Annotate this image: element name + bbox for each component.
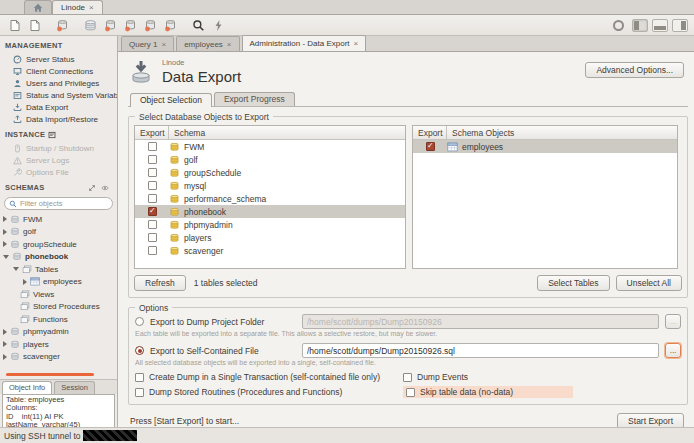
- refresh-button[interactable]: Refresh: [134, 275, 186, 291]
- schema-objects-list: Export Schema Objects employees: [412, 125, 678, 269]
- export-checkbox[interactable]: [148, 181, 157, 190]
- tree-label: Stored Procedures: [33, 302, 100, 311]
- horizontal-scrollbar[interactable]: [6, 373, 94, 376]
- tree-item-players[interactable]: players: [0, 338, 117, 351]
- skip-table-data-checkbox[interactable]: [406, 388, 415, 397]
- tab-object-info[interactable]: Object Info: [2, 381, 52, 394]
- select-tables-button[interactable]: Select Tables: [537, 275, 609, 291]
- tree-item-phpmyadmin[interactable]: phpmyadmin: [0, 326, 117, 339]
- new-query-tab-icon[interactable]: [6, 17, 23, 33]
- export-checkbox[interactable]: [148, 233, 157, 242]
- home-icon: [33, 3, 43, 13]
- schema-filter[interactable]: [4, 197, 113, 210]
- schema-row-phpmyadmin[interactable]: phpmyadmin: [135, 218, 405, 231]
- close-icon[interactable]: ×: [89, 3, 94, 12]
- create-procedure-icon[interactable]: [142, 17, 159, 33]
- schema-row-scavenger[interactable]: scavenger: [135, 244, 405, 257]
- tree-item-scavenger[interactable]: scavenger: [0, 351, 117, 364]
- sidebar-item-data-export[interactable]: Data Export: [0, 101, 117, 113]
- selection-toolbar: Refresh 1 tables selected Select Tables …: [129, 273, 687, 297]
- export-checkbox[interactable]: [148, 155, 157, 164]
- tab-employees[interactable]: employees×: [176, 36, 239, 51]
- self-contained-browse-button[interactable]: ...: [665, 343, 681, 358]
- single-transaction-option[interactable]: Create Dump in a Single Transaction (sel…: [135, 372, 403, 382]
- advanced-options-button[interactable]: Advanced Options...: [585, 62, 684, 78]
- filter-input[interactable]: [20, 199, 100, 208]
- sidebar-item-data-import[interactable]: Data Import/Restore: [0, 113, 117, 125]
- single-transaction-checkbox[interactable]: [135, 373, 144, 382]
- tab-export-progress[interactable]: Export Progress: [214, 92, 295, 106]
- open-sql-script-icon[interactable]: [26, 17, 43, 33]
- create-view-icon[interactable]: [122, 17, 139, 33]
- sidebar-item-server-logs[interactable]: Server Logs: [0, 154, 117, 166]
- sidebar-item-status-variables[interactable]: Status and System Variables: [0, 89, 117, 101]
- dump-folder-path-input[interactable]: [302, 314, 659, 329]
- create-schema-icon[interactable]: [54, 17, 71, 33]
- show-hidden-icon[interactable]: [101, 184, 109, 192]
- connection-tab-linode[interactable]: Linode ×: [52, 0, 103, 14]
- schema-row-fwm[interactable]: FWM: [135, 140, 405, 153]
- dump-folder-radio[interactable]: [135, 317, 144, 326]
- self-contained-radio[interactable]: [135, 346, 144, 355]
- close-icon[interactable]: ×: [161, 40, 166, 49]
- export-checkbox[interactable]: [148, 246, 157, 255]
- tree-item-golf[interactable]: golf: [0, 226, 117, 239]
- tree-item-fwm[interactable]: FWM: [0, 213, 117, 226]
- export-checkbox[interactable]: [148, 142, 157, 151]
- sidebar-item-server-status[interactable]: Server Status: [0, 53, 117, 65]
- create-table-icon[interactable]: [102, 17, 119, 33]
- toggle-left-panel-icon[interactable]: [632, 19, 648, 32]
- toggle-bottom-panel-icon[interactable]: [652, 19, 668, 32]
- home-tab[interactable]: [24, 0, 52, 14]
- schema-row-groupschedule[interactable]: groupSchedule: [135, 166, 405, 179]
- tree-item-phonebook[interactable]: phonebook: [0, 251, 117, 264]
- close-icon[interactable]: ×: [227, 40, 232, 49]
- tree-item-views[interactable]: Views: [0, 288, 117, 301]
- object-row-employees[interactable]: employees: [413, 140, 677, 153]
- tab-session[interactable]: Session: [54, 381, 95, 394]
- close-icon[interactable]: ×: [354, 39, 359, 48]
- schema-row-mysql[interactable]: mysql: [135, 179, 405, 192]
- tree-label: Tables: [35, 265, 58, 274]
- sidebar-item-options-file[interactable]: Options File: [0, 166, 117, 178]
- export-checkbox[interactable]: [148, 207, 157, 216]
- tree-item-functions[interactable]: Functions: [0, 313, 117, 326]
- reconnect-icon[interactable]: [210, 17, 227, 33]
- export-checkbox[interactable]: [148, 194, 157, 203]
- schema-row-phonebook[interactable]: phonebook: [135, 205, 405, 218]
- schemas-section-title: SCHEMAS: [0, 178, 117, 195]
- tree-item-stored-procedures[interactable]: Stored Procedures: [0, 301, 117, 314]
- export-checkbox[interactable]: [148, 168, 157, 177]
- schema-row-players[interactable]: players: [135, 231, 405, 244]
- schema-row-performance-schema[interactable]: performance_schema: [135, 192, 405, 205]
- export-checkbox[interactable]: [426, 142, 435, 151]
- tree-item-tables[interactable]: Tables: [0, 263, 117, 276]
- tree-item-groupschedule[interactable]: groupSchedule: [0, 238, 117, 251]
- unselect-all-button[interactable]: Unselect All: [616, 275, 682, 291]
- dump-folder-browse-button[interactable]: ...: [665, 314, 681, 329]
- data-export-panel: Linode Data Export Advanced Options... O…: [118, 52, 694, 427]
- sidebar-item-startup-shutdown[interactable]: Startup / Shutdown: [0, 142, 117, 154]
- skip-table-data-option[interactable]: Skip table data (no-data): [403, 386, 573, 398]
- search-table-data-icon[interactable]: [190, 17, 207, 33]
- sidebar-item-client-connections[interactable]: Client Connections: [0, 65, 117, 77]
- tree-item-employees[interactable]: employees: [0, 276, 117, 289]
- circle-icon[interactable]: [613, 20, 624, 31]
- tab-query1[interactable]: Query 1×: [121, 36, 174, 51]
- tab-administration-data-export[interactable]: Administration - Data Export×: [242, 35, 367, 51]
- drop-schema-icon[interactable]: [82, 17, 99, 33]
- stored-routines-option[interactable]: Dump Stored Routines (Procedures and Fun…: [135, 387, 403, 397]
- sidebar-item-users-privileges[interactable]: Users and Privileges: [0, 77, 117, 89]
- views-icon: [20, 290, 30, 299]
- tab-object-selection[interactable]: Object Selection: [130, 93, 212, 107]
- toggle-right-panel-icon[interactable]: [672, 19, 688, 32]
- expand-panel-icon[interactable]: [88, 184, 96, 192]
- schema-row-golf[interactable]: golf: [135, 153, 405, 166]
- self-contained-path-input[interactable]: [302, 343, 659, 358]
- export-checkbox[interactable]: [148, 220, 157, 229]
- create-function-icon[interactable]: [162, 17, 179, 33]
- stored-routines-checkbox[interactable]: [135, 388, 144, 397]
- dump-events-checkbox[interactable]: [403, 373, 412, 382]
- tree-label: employees: [43, 277, 82, 286]
- dump-events-option[interactable]: Dump Events: [403, 372, 468, 382]
